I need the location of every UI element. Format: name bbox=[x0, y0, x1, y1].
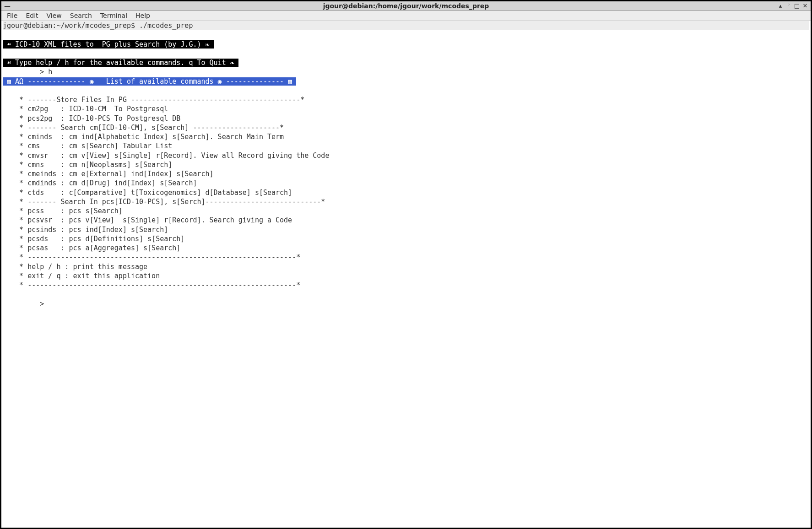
list-header-line: ▩ ΑΩ -------------- ◉ List of available … bbox=[3, 77, 809, 86]
help-line: * cminds : cm ind[Alphabetic Index] s[Se… bbox=[3, 132, 809, 141]
help-line: * ------- Search cm[ICD-10-CM], s[Search… bbox=[3, 123, 809, 132]
help-line: * cms : cm s[Search] Tabular List bbox=[3, 141, 809, 151]
help-banner-line: ☙ Type help / h for the available comman… bbox=[3, 58, 809, 67]
help-line: * pcss : pcs s[Search] bbox=[3, 206, 809, 216]
help-line bbox=[3, 86, 809, 95]
window-frame: — jgour@debian:/home/jgour/work/mcodes_p… bbox=[0, 0, 812, 529]
help-line: * cmeinds : cm e[External] ind[Index] s[… bbox=[3, 169, 809, 178]
help-line: * pcsvsr : pcs v[View] s[Single] r[Recor… bbox=[3, 216, 809, 225]
title-bar[interactable]: — jgour@debian:/home/jgour/work/mcodes_p… bbox=[1, 1, 811, 11]
menu-help[interactable]: Help bbox=[132, 11, 154, 20]
help-line: * cm2pg : ICD-10-CM To Postgresql bbox=[3, 104, 809, 113]
input-prompt-line: > h bbox=[3, 67, 809, 76]
menu-terminal[interactable]: Terminal bbox=[97, 11, 131, 20]
banner-line: ☙ ICD-10 XML files to PG plus Search (by… bbox=[3, 40, 809, 49]
help-line: * -------Store Files In PG -------------… bbox=[3, 95, 809, 104]
help-line: * pcsds : pcs d[Definitions] s[Search] bbox=[3, 234, 809, 243]
window-controls: ▴ ◦ □ ✕ bbox=[777, 2, 809, 9]
help-line: * cmns : cm n[Neoplasms] s[Search] bbox=[3, 160, 809, 169]
help-line: * cmvsr : cm v[View] s[Single] r[Record]… bbox=[3, 151, 809, 160]
blank-line bbox=[3, 30, 809, 39]
help-line: * ------- Search In pcs[ICD-10-PCS], s[S… bbox=[3, 197, 809, 206]
window-title: jgour@debian:/home/jgour/work/mcodes_pre… bbox=[1, 2, 811, 10]
list-header-text: ▩ ΑΩ -------------- ◉ List of available … bbox=[3, 77, 296, 86]
help-line: * --------------------------------------… bbox=[3, 281, 809, 290]
minimize-icon[interactable]: ▴ bbox=[777, 2, 784, 9]
window-menu-icon[interactable]: — bbox=[4, 2, 11, 10]
help-line: * cmdinds : cm d[Drug] ind[Index] s[Sear… bbox=[3, 178, 809, 188]
help-line: * --------------------------------------… bbox=[3, 253, 809, 262]
help-line bbox=[3, 290, 809, 299]
menu-search[interactable]: Search bbox=[66, 11, 96, 20]
banner-text: ☙ ICD-10 XML files to PG plus Search (by… bbox=[3, 40, 214, 49]
help-line: * ctds : c[Comparative] t[Toxicogenomics… bbox=[3, 188, 809, 197]
shell-prompt-line: jgour@debian:~/work/mcodes_prep$ ./mcode… bbox=[3, 21, 809, 30]
help-line: * pcs2pg : ICD-10-PCS To Postgresql DB bbox=[3, 114, 809, 123]
maximize-icon[interactable]: □ bbox=[793, 2, 801, 9]
terminal-viewport[interactable]: jgour@debian:~/work/mcodes_prep$ ./mcode… bbox=[1, 21, 811, 528]
menu-file[interactable]: File bbox=[3, 11, 21, 20]
help-banner-text: ☙ Type help / h for the available comman… bbox=[3, 59, 238, 67]
help-line: * pcsas : pcs a[Aggregates] s[Search] bbox=[3, 243, 809, 253]
cursor-prompt-line[interactable]: > bbox=[3, 299, 809, 308]
help-line: * help / h : print this message bbox=[3, 262, 809, 271]
close-icon[interactable]: ✕ bbox=[801, 2, 809, 9]
restore-icon[interactable]: ◦ bbox=[785, 2, 792, 9]
help-line: * exit / q : exit this application bbox=[3, 271, 809, 281]
blank-line bbox=[3, 49, 809, 58]
help-line: * pcsinds : pcs ind[Index] s[Search] bbox=[3, 225, 809, 234]
menu-edit[interactable]: Edit bbox=[22, 11, 42, 20]
menu-bar: File Edit View Search Terminal Help bbox=[1, 11, 811, 21]
menu-view[interactable]: View bbox=[43, 11, 65, 20]
